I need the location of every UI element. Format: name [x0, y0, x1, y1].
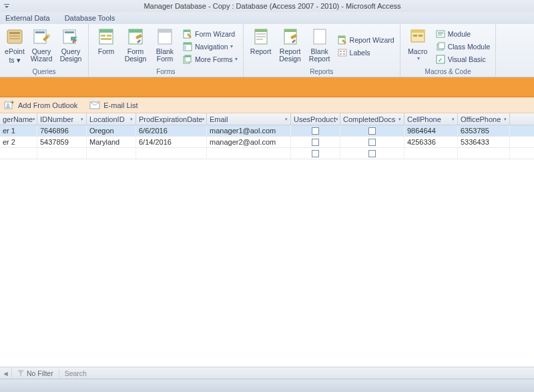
cell-office[interactable]: 6353785: [458, 125, 510, 136]
cell-email[interactable]: manager1@aol.com: [207, 125, 291, 136]
cell-exp[interactable]: 6/14/2016: [136, 137, 207, 147]
more-forms-icon: [182, 54, 193, 65]
cell-exp[interactable]: [136, 148, 207, 159]
dropdown-icon[interactable]: ▾: [398, 117, 401, 122]
dropdown-icon[interactable]: ▾: [285, 117, 288, 122]
cell-office[interactable]: [458, 148, 510, 159]
checkbox[interactable]: [368, 139, 376, 146]
labels-button[interactable]: Labels: [337, 47, 394, 59]
column-header-uses[interactable]: UsesProduct▾: [291, 113, 340, 125]
sharepoint-lists-button[interactable]: ePoint ts ▾: [3, 25, 27, 67]
svg-rect-1: [9, 32, 20, 34]
form-toolbar: + Add From Outlook E-mail List: [0, 97, 534, 113]
svg-rect-36: [338, 49, 346, 56]
chevron-down-icon: ▾: [235, 56, 238, 62]
dropdown-icon[interactable]: ▾: [33, 117, 35, 122]
dropdown-icon[interactable]: ▾: [202, 117, 205, 122]
cell-name[interactable]: er 1: [0, 125, 37, 136]
cell-office[interactable]: 5336433: [458, 137, 510, 147]
qat-dropdown-icon[interactable]: [3, 2, 11, 10]
dropdown-icon[interactable]: ▾: [336, 117, 338, 122]
module-button[interactable]: Module: [435, 28, 491, 40]
cell-cell[interactable]: 4256336: [405, 137, 458, 147]
dropdown-icon[interactable]: ▾: [81, 117, 83, 122]
form-icon: [96, 27, 116, 47]
add-from-outlook-button[interactable]: + Add From Outlook: [4, 101, 77, 110]
checkbox[interactable]: [368, 127, 376, 135]
column-header-docs[interactable]: CompletedDocs▾: [340, 113, 405, 125]
cell-id[interactable]: [37, 148, 87, 159]
grid-header: gerName▾IDNumber▾LocationID▾ProdExpirati…: [0, 113, 534, 125]
report-button[interactable]: Report: [246, 25, 276, 67]
form-wizard-button[interactable]: Form Wizard: [182, 28, 238, 40]
checkbox[interactable]: [368, 150, 376, 157]
column-header-office[interactable]: OfficePhone▾: [458, 113, 510, 125]
cell-uses[interactable]: [291, 125, 340, 136]
svg-rect-2: [9, 35, 20, 37]
form-button[interactable]: Form: [91, 25, 121, 67]
class-module-button[interactable]: Class Module: [435, 41, 491, 53]
macro-button[interactable]: Macro ▾: [403, 25, 433, 67]
cell-loc[interactable]: Maryland: [87, 137, 136, 147]
cell-email[interactable]: [207, 148, 291, 159]
table-row[interactable]: er 25437859Maryland6/14/2016manager2@aol…: [0, 137, 534, 148]
tab-database-tools[interactable]: Database Tools: [65, 14, 115, 22]
blank-form-button[interactable]: Blank Form: [150, 25, 180, 67]
svg-rect-3: [9, 38, 20, 39]
cell-uses[interactable]: [291, 137, 340, 147]
cell-loc[interactable]: [87, 148, 136, 159]
nav-prev-button[interactable]: ◄: [0, 368, 12, 379]
checkbox[interactable]: [312, 127, 319, 135]
cell-docs[interactable]: [340, 125, 405, 136]
chevron-down-icon: ▾: [230, 43, 233, 49]
cell-loc[interactable]: Oregon: [87, 125, 136, 136]
report-design-icon: [280, 27, 300, 47]
cell-id[interactable]: 5437859: [37, 137, 87, 147]
cell-email[interactable]: manager2@aol.com: [207, 137, 291, 147]
cell-cell[interactable]: 9864644: [405, 125, 458, 136]
svg-rect-30: [256, 39, 263, 40]
query-design-button[interactable]: Query Design: [56, 25, 85, 67]
checkbox[interactable]: [312, 139, 319, 146]
report-wizard-button[interactable]: Report Wizard: [337, 34, 394, 46]
navigation-button[interactable]: Navigation▾: [182, 41, 238, 53]
column-header-exp[interactable]: ProdExpirationDate▾: [136, 113, 207, 125]
form-design-button[interactable]: Form Design: [121, 25, 150, 67]
visual-basic-button[interactable]: ✓Visual Basic: [435, 53, 491, 65]
visual-basic-icon: ✓: [435, 54, 446, 65]
report-design-button[interactable]: Report Design: [276, 25, 305, 67]
column-header-email[interactable]: Email▾: [207, 113, 291, 125]
dropdown-icon[interactable]: ▾: [130, 117, 133, 122]
cell-docs[interactable]: [340, 148, 405, 159]
cell-uses[interactable]: [291, 148, 340, 159]
checkbox[interactable]: [312, 150, 319, 157]
add-contact-icon: +: [4, 101, 15, 110]
cell-id[interactable]: 7646896: [37, 125, 87, 136]
blank-report-button[interactable]: Blank Report: [305, 25, 334, 67]
column-header-id[interactable]: IDNumber▾: [37, 113, 87, 125]
cell-cell[interactable]: [405, 148, 458, 159]
dropdown-icon[interactable]: ▾: [452, 117, 455, 122]
search-box[interactable]: Search: [59, 369, 92, 377]
more-forms-button[interactable]: More Forms▾: [182, 53, 238, 65]
cell-exp[interactable]: 6/6/2016: [136, 125, 207, 136]
cell-docs[interactable]: [340, 137, 405, 147]
cell-name[interactable]: er 2: [0, 137, 37, 147]
svg-rect-27: [255, 29, 267, 32]
dropdown-icon[interactable]: ▾: [504, 117, 507, 122]
no-filter-button[interactable]: No Filter: [12, 369, 59, 377]
column-header-loc[interactable]: LocationID▾: [87, 113, 136, 125]
query-wizard-button[interactable]: Query Wizard: [27, 25, 56, 67]
svg-rect-22: [184, 45, 186, 51]
new-record-row[interactable]: [0, 148, 534, 159]
column-header-cell[interactable]: CellPhone▾: [405, 113, 458, 125]
title-bar: Manager Database - Copy : Database (Acce…: [0, 0, 534, 12]
column-header-name[interactable]: gerName▾: [0, 113, 37, 125]
table-row[interactable]: er 17646896Oregon6/6/2016manager1@aol.co…: [0, 125, 534, 137]
email-list-button[interactable]: E-mail List: [89, 101, 138, 109]
tab-external-data[interactable]: External Data: [5, 14, 50, 22]
cell-name[interactable]: [0, 148, 37, 159]
sharepoint-icon: [5, 27, 25, 47]
svg-text:✓: ✓: [438, 57, 443, 63]
svg-point-6: [47, 34, 50, 37]
